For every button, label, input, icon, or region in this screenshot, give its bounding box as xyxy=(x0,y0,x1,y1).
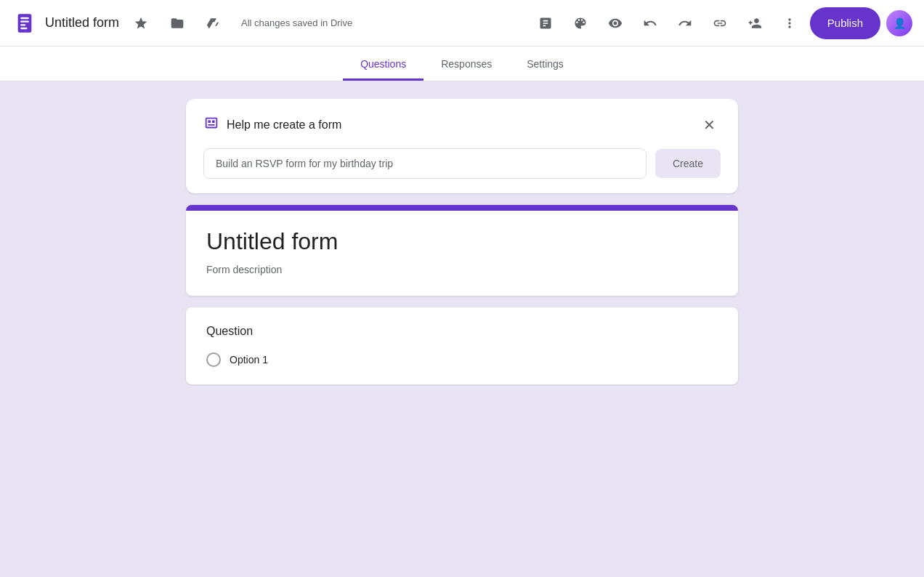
google-drive-button[interactable] xyxy=(199,9,228,38)
ai-prompt-input[interactable] xyxy=(203,148,647,179)
tab-responses[interactable]: Responses xyxy=(423,49,509,81)
svg-rect-2 xyxy=(20,20,29,22)
app-icon xyxy=(12,10,38,36)
undo-button[interactable] xyxy=(636,9,665,38)
folder-icon xyxy=(170,16,185,31)
preview-button[interactable] xyxy=(601,9,630,38)
ai-input-row: Create xyxy=(203,148,721,179)
drive-icon xyxy=(206,16,221,31)
topbar: Untitled form All changes saved in Drive xyxy=(0,0,924,47)
add-question-button[interactable] xyxy=(531,9,560,38)
undo-icon xyxy=(643,16,657,31)
preview-icon xyxy=(608,16,623,31)
form-title: Untitled form xyxy=(45,15,119,31)
radio-option1[interactable] xyxy=(206,352,221,367)
ai-card-title: Help me create a form xyxy=(203,116,341,135)
publish-button[interactable]: Publish xyxy=(810,7,880,39)
svg-rect-3 xyxy=(20,24,25,25)
palette-icon xyxy=(573,16,588,31)
add-collaborator-icon xyxy=(747,16,762,31)
palette-button[interactable] xyxy=(566,9,595,38)
form-header-card: Untitled form Form description xyxy=(186,205,738,296)
question-card: Question Option 1 xyxy=(186,307,738,384)
move-to-folder-button[interactable] xyxy=(163,9,192,38)
topbar-left: Untitled form All changes saved in Drive xyxy=(12,9,531,38)
avatar[interactable]: 👤 xyxy=(886,10,912,36)
question-label[interactable]: Question xyxy=(206,325,718,338)
option1-label: Option 1 xyxy=(230,354,268,366)
svg-rect-4 xyxy=(20,27,27,28)
ai-card-header: Help me create a form ✕ xyxy=(203,113,721,137)
ai-card-title-text: Help me create a form xyxy=(227,118,341,132)
close-icon: ✕ xyxy=(703,116,716,134)
add-question-icon xyxy=(538,16,553,31)
ai-icon xyxy=(203,116,219,135)
svg-rect-0 xyxy=(18,14,32,33)
form-title-field[interactable]: Untitled form xyxy=(206,228,718,255)
form-header-content: Untitled form Form description xyxy=(186,211,738,296)
ai-close-button[interactable]: ✕ xyxy=(697,113,721,137)
save-status: All changes saved in Drive xyxy=(241,17,352,28)
link-icon xyxy=(713,16,727,31)
topbar-right: Publish 👤 xyxy=(531,7,912,39)
ai-card: Help me create a form ✕ Create xyxy=(186,99,738,193)
more-icon xyxy=(782,16,797,31)
more-options-button[interactable] xyxy=(775,9,804,38)
form-description-field[interactable]: Form description xyxy=(206,264,718,275)
star-button[interactable] xyxy=(126,9,155,38)
main-content: Help me create a form ✕ Create Untitled … xyxy=(0,81,924,577)
create-button[interactable]: Create xyxy=(655,149,721,178)
tab-settings[interactable]: Settings xyxy=(509,49,581,81)
svg-rect-1 xyxy=(20,17,29,18)
add-collaborator-button[interactable] xyxy=(740,9,769,38)
link-button[interactable] xyxy=(705,9,734,38)
option-row: Option 1 xyxy=(206,352,718,367)
avatar-image: 👤 xyxy=(886,10,912,36)
redo-icon xyxy=(678,16,692,31)
tabs-bar: Questions Responses Settings xyxy=(0,47,924,81)
tab-questions[interactable]: Questions xyxy=(343,49,423,81)
redo-button[interactable] xyxy=(670,9,700,38)
star-icon xyxy=(134,16,148,31)
